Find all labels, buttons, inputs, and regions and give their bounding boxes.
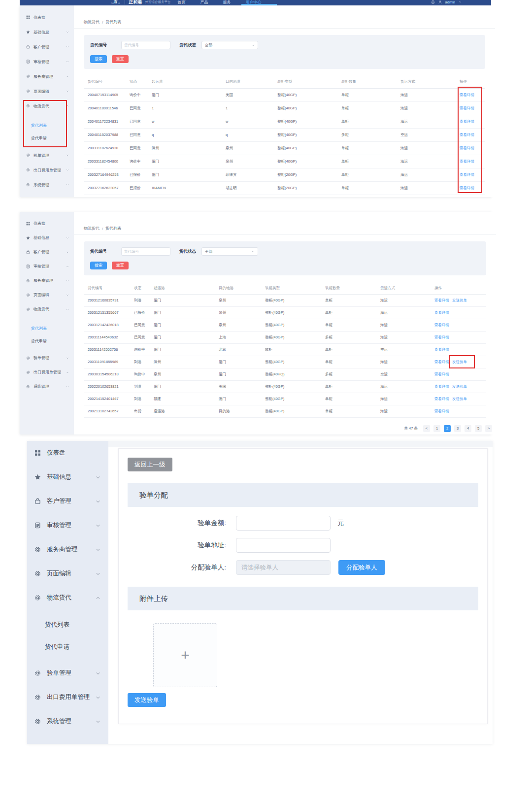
pagination-page-2[interactable]: 2 [444, 425, 451, 432]
view-detail-link[interactable]: 查看详情 [434, 409, 449, 413]
sidebar-item-audit-mgmt[interactable]: 审核管理 [20, 259, 74, 273]
view-detail-link[interactable]: 查看详情 [434, 347, 449, 352]
search-button[interactable]: 搜索 [90, 55, 107, 63]
cell-operations: 查看详情 [456, 128, 485, 141]
amount-input[interactable] [236, 516, 331, 531]
gear-icon [26, 307, 30, 311]
cell-operations: 查看详情 [431, 331, 486, 343]
status-select[interactable]: 全部 [201, 41, 258, 49]
sidebar-item-page-edit[interactable]: 页面编辑 [20, 288, 74, 302]
nav-item-services[interactable]: 服务 [223, 0, 231, 5]
back-button[interactable]: 返回上一级 [128, 458, 172, 471]
view-detail-link[interactable]: 查看详情 [434, 298, 449, 302]
search-button[interactable]: 搜索 [90, 262, 107, 269]
sidebar-item-logistics-forwarding[interactable]: 物流货代 [20, 99, 74, 113]
sidebar-item-system-mgmt[interactable]: 系统管理 [20, 379, 74, 394]
cell-destination: 厦门 [215, 368, 261, 380]
cell-container_type: 整柜(40GP) [273, 101, 337, 115]
reset-button[interactable]: 重置 [112, 262, 129, 269]
pagination-page-3[interactable]: 3 [454, 425, 461, 432]
sidebar-item-basic-info[interactable]: 基础信息 [20, 231, 74, 245]
cell-operations: 查看详情 [456, 155, 485, 168]
sidebar-item-inspection-mgmt[interactable]: 验单管理 [20, 351, 74, 365]
chevron-down-icon [66, 385, 69, 388]
sidebar-item-logistics-forwarding[interactable]: 物流货代 [20, 302, 74, 316]
view-detail-link[interactable]: 查看详情 [460, 146, 474, 150]
bell-icon[interactable] [431, 0, 435, 4]
sidebar-item-basic-info[interactable]: 基础信息 [27, 465, 108, 489]
cell-container_type: 整柜(40GP) [261, 356, 321, 368]
view-detail-link[interactable]: 查看详情 [434, 360, 449, 364]
cell-container_type: 整柜(40GP) [261, 319, 321, 331]
sidebar-subitem-forwarding-list[interactable]: 货代列表 [20, 322, 74, 335]
cell-container_qty: 单柜 [337, 141, 397, 155]
sidebar-item-service-provider-mgmt[interactable]: 服务商管理 [20, 273, 74, 288]
send-inspection-link[interactable]: 发送验单 [452, 360, 467, 364]
sidebar-item-dashboard[interactable]: 仪表盘 [20, 10, 74, 25]
send-inspection-link[interactable]: 发送验单 [452, 397, 467, 401]
nav-item-home[interactable]: 首页 [178, 0, 186, 5]
view-detail-link[interactable]: 查看详情 [434, 372, 449, 376]
sidebar-item-logistics-forwarding[interactable]: 物流货代 [27, 586, 108, 610]
view-detail-link[interactable]: 查看详情 [460, 186, 474, 190]
sidebar-item-customer-mgmt[interactable]: 客户管理 [20, 39, 74, 54]
sidebar-item-service-provider-mgmt[interactable]: 服务商管理 [27, 537, 108, 562]
sidebar-subitem-forwarding-list[interactable]: 货代列表 [20, 119, 74, 132]
status-select[interactable]: 全部 [201, 247, 258, 256]
reset-button[interactable]: 重置 [112, 55, 129, 63]
send-inspection-link[interactable]: 发送验单 [452, 298, 467, 302]
sidebar-item-dashboard[interactable]: 仪表盘 [20, 216, 74, 231]
pagination-page-1[interactable]: 1 [433, 425, 440, 432]
sidebar-item-audit-mgmt[interactable]: 审核管理 [27, 513, 108, 537]
column-header: 货运方式 [376, 282, 431, 294]
sidebar-subitem-forwarding-list[interactable]: 货代列表 [27, 614, 108, 636]
view-detail-link[interactable]: 查看详情 [460, 172, 474, 177]
sidebar-item-audit-mgmt[interactable]: 审核管理 [20, 54, 74, 69]
sidebar-subitem-forwarding-application[interactable]: 货代申请 [27, 636, 108, 658]
pagination-next[interactable]: > [485, 425, 492, 432]
view-detail-link[interactable]: 查看详情 [434, 323, 449, 327]
username[interactable]: admin [445, 0, 455, 4]
upload-box[interactable]: + [153, 623, 217, 687]
sidebar-subitem-forwarding-application[interactable]: 货代申请 [20, 335, 74, 348]
view-detail-link[interactable]: 查看详情 [460, 106, 474, 110]
forwarder-number-input[interactable] [121, 247, 170, 256]
sidebar-item-service-provider-mgmt[interactable]: 服务商管理 [20, 69, 74, 84]
view-detail-link[interactable]: 查看详情 [434, 397, 449, 401]
breadcrumb-parent[interactable]: 物流货代 [84, 226, 100, 231]
sidebar-item-export-expense-mgmt[interactable]: 出口费用单管理 [20, 163, 74, 177]
forwarder-number-input[interactable] [121, 41, 170, 49]
pagination-page-4[interactable]: 4 [465, 425, 471, 432]
nav-item-products[interactable]: 产品 [200, 0, 208, 5]
pagination-prev[interactable]: < [423, 425, 430, 432]
view-detail-link[interactable]: 查看详情 [434, 384, 449, 389]
assignee-input[interactable] [236, 560, 331, 575]
sidebar-item-basic-info[interactable]: 基础信息 [20, 25, 74, 39]
view-detail-link[interactable]: 查看详情 [460, 93, 474, 97]
pagination-page-5[interactable]: 5 [475, 425, 482, 432]
sidebar-item-page-edit[interactable]: 页面编辑 [27, 562, 108, 586]
sidebar-item-page-edit[interactable]: 页面编辑 [20, 84, 74, 99]
send-inspection-link[interactable]: 发送验单 [452, 384, 467, 389]
view-detail-link[interactable]: 查看详情 [434, 335, 449, 339]
breadcrumb-parent[interactable]: 物流货代 [84, 19, 100, 25]
sidebar: 仪表盘基础信息客户管理审核管理服务商管理页面编辑物流货代货代列表货代申请验单管理… [20, 212, 74, 434]
view-detail-link[interactable]: 查看详情 [460, 133, 474, 137]
sidebar-subitem-forwarding-application[interactable]: 货代申请 [20, 132, 74, 145]
assign-inspector-button[interactable]: 分配验单人 [338, 560, 385, 575]
cell-container_qty: 单柜 [337, 115, 397, 128]
sidebar-item-customer-mgmt[interactable]: 客户管理 [20, 245, 74, 259]
send-inspection-button[interactable]: 发送验单 [128, 693, 166, 707]
sidebar-item-export-expense-mgmt[interactable]: 出口费用单管理 [20, 365, 74, 379]
sidebar-item-system-mgmt[interactable]: 系统管理 [20, 177, 74, 192]
view-detail-link[interactable]: 查看详情 [434, 310, 449, 315]
sidebar-item-system-mgmt[interactable]: 系统管理 [27, 709, 108, 733]
view-detail-link[interactable]: 查看详情 [460, 119, 474, 124]
sidebar-item-inspection-mgmt[interactable]: 验单管理 [27, 661, 108, 685]
sidebar-item-customer-mgmt[interactable]: 客户管理 [27, 489, 108, 513]
address-input[interactable] [236, 538, 331, 553]
sidebar-item-inspection-mgmt[interactable]: 验单管理 [20, 148, 74, 163]
sidebar-item-export-expense-mgmt[interactable]: 出口费用单管理 [27, 685, 108, 709]
view-detail-link[interactable]: 查看详情 [460, 159, 474, 164]
sidebar-item-dashboard[interactable]: 仪表盘 [27, 441, 108, 465]
